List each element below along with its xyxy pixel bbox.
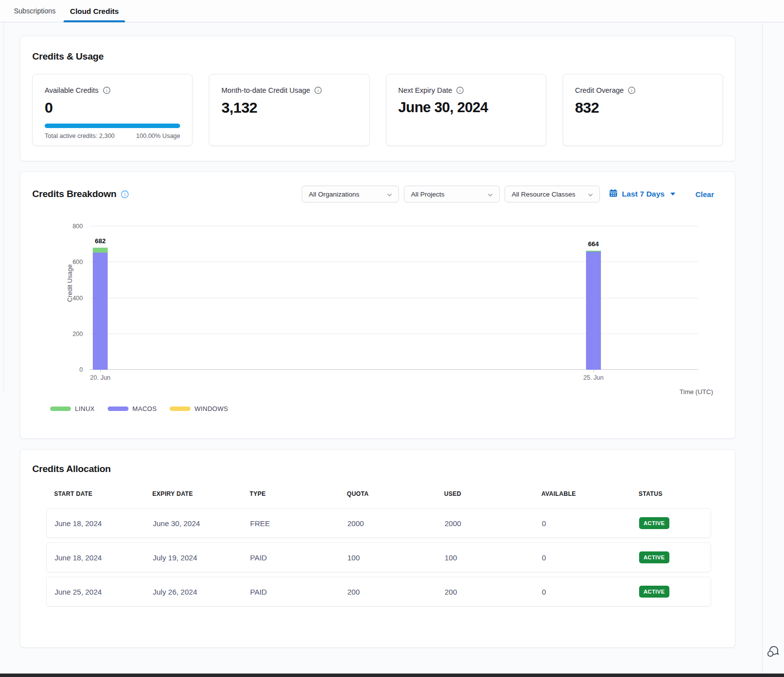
cell-type: PAID xyxy=(250,553,347,562)
chart-legend: LINUX MACOS WINDOWS xyxy=(50,405,724,412)
svg-text:i: i xyxy=(631,88,633,93)
table-row: June 18, 2024 June 30, 2024 FREE 2000 20… xyxy=(46,508,711,538)
x-axis-title: Time (UTC) xyxy=(680,388,713,396)
col-type: TYPE xyxy=(250,490,347,497)
cell-available: 0 xyxy=(542,553,639,562)
chat-launcher-icon[interactable] xyxy=(766,644,780,658)
status-badge: ACTIVE xyxy=(639,551,669,563)
cell-start-date: June 25, 2024 xyxy=(55,588,153,596)
cell-expiry-date: July 19, 2024 xyxy=(153,553,250,562)
mtd-usage-value: 3,132 xyxy=(221,99,357,116)
svg-text:i: i xyxy=(124,192,126,197)
clear-filters-link[interactable]: Clear xyxy=(695,190,714,199)
cell-used: 100 xyxy=(445,553,542,562)
col-quota: QUOTA xyxy=(347,490,444,497)
cell-quota: 100 xyxy=(347,553,445,562)
status-badge: ACTIVE xyxy=(639,586,669,598)
cell-type: FREE xyxy=(250,519,347,528)
info-icon[interactable]: i xyxy=(103,86,111,94)
credits-progress-fill xyxy=(45,124,180,128)
info-icon[interactable]: i xyxy=(628,86,636,94)
chevron-down-icon xyxy=(387,191,392,198)
tab-cloud-credits[interactable]: Cloud Credits xyxy=(67,0,122,22)
total-active-credits-text: Total active credits: 2,300 xyxy=(45,133,115,139)
table-header-row: START DATE EXPIRY DATE TYPE QUOTA USED A… xyxy=(46,490,711,497)
projects-select[interactable]: All Projects xyxy=(404,186,500,203)
credits-breakdown-card: Credits Breakdown i All Organizations Al… xyxy=(20,171,735,439)
resource-classes-select-value: All Resource Classes xyxy=(512,191,575,198)
macos-legend-swatch xyxy=(108,406,129,411)
credit-overage-label: Credit Overage xyxy=(575,86,624,94)
available-credits-value: 0 xyxy=(45,99,180,116)
table-row: June 25, 2024 July 26, 2024 PAID 200 200… xyxy=(46,577,711,607)
resource-classes-select[interactable]: All Resource Classes xyxy=(505,186,600,203)
info-icon[interactable]: i xyxy=(121,190,129,199)
credit-usage-chart: Credit Usage Time (UTC) 0200400600800682… xyxy=(32,226,724,387)
mtd-usage-label: Month-to-date Credit Usage xyxy=(221,86,310,94)
cell-quota: 2000 xyxy=(347,519,445,528)
projects-select-value: All Projects xyxy=(411,191,445,198)
available-credits-label: Available Credits xyxy=(45,86,99,94)
next-expiry-label: Next Expiry Date xyxy=(398,86,453,94)
windows-legend-label: WINDOWS xyxy=(195,405,228,412)
linux-legend-swatch xyxy=(50,406,71,411)
macos-legend-label: MACOS xyxy=(132,405,157,412)
windows-legend-swatch xyxy=(170,406,191,411)
next-expiry-card: Next Expiry Date i June 30, 2024 xyxy=(386,74,546,146)
date-range-picker[interactable]: Last 7 Days xyxy=(609,189,675,200)
cell-quota: 200 xyxy=(347,588,445,596)
info-icon[interactable]: i xyxy=(314,86,322,94)
cell-used: 200 xyxy=(445,588,542,596)
cell-expiry-date: June 30, 2024 xyxy=(153,519,250,528)
available-credits-card: Available Credits i 0 Total active credi… xyxy=(32,74,193,146)
usage-percent-text: 100.00% Usage xyxy=(136,133,180,139)
col-available: AVAILABLE xyxy=(541,490,639,497)
credit-overage-card: Credit Overage i 832 xyxy=(563,74,723,146)
svg-text:i: i xyxy=(106,88,107,93)
col-expiry-date: EXPIRY DATE xyxy=(152,490,250,497)
legend-item-macos[interactable]: MACOS xyxy=(108,405,157,412)
credits-usage-card: Credits & Usage Available Credits i 0 To… xyxy=(20,36,735,161)
table-row: June 18, 2024 July 19, 2024 PAID 100 100… xyxy=(46,542,711,572)
credits-progress-bar xyxy=(45,124,180,128)
stat-grid: Available Credits i 0 Total active credi… xyxy=(32,74,724,146)
col-used: USED xyxy=(444,490,541,497)
breakdown-filters: All Organizations All Projects All Resou… xyxy=(302,186,724,203)
cell-available: 0 xyxy=(542,519,639,528)
organizations-select[interactable]: All Organizations xyxy=(302,186,399,203)
chevron-down-icon xyxy=(488,191,493,198)
tab-subscriptions-label: Subscriptions xyxy=(14,7,56,15)
credits-allocation-title: Credits Allocation xyxy=(32,464,724,474)
credits-allocation-table: START DATE EXPIRY DATE TYPE QUOTA USED A… xyxy=(46,490,711,607)
svg-text:i: i xyxy=(318,88,319,93)
left-panel-divider xyxy=(3,22,4,391)
chart-bar[interactable]: 682 xyxy=(93,248,108,370)
col-status: STATUS xyxy=(639,490,711,497)
svg-text:i: i xyxy=(459,88,461,93)
chart-bar[interactable]: 664 xyxy=(586,251,601,370)
bar-chart-plot: Time (UTC) 020040060080068220. Jun66425.… xyxy=(89,226,698,370)
info-icon[interactable]: i xyxy=(456,86,464,94)
legend-item-windows[interactable]: WINDOWS xyxy=(170,405,228,412)
cell-type: PAID xyxy=(250,588,347,596)
caret-down-icon xyxy=(670,193,675,196)
cell-used: 2000 xyxy=(445,519,542,528)
credits-breakdown-title: Credits Breakdown xyxy=(32,189,117,200)
cell-start-date: June 18, 2024 xyxy=(55,519,153,528)
organizations-select-value: All Organizations xyxy=(309,191,359,198)
calendar-icon xyxy=(609,189,618,200)
bottom-window-edge xyxy=(0,674,784,677)
chevron-down-icon xyxy=(588,191,593,198)
credits-allocation-card: Credits Allocation START DATE EXPIRY DAT… xyxy=(20,449,735,648)
col-start-date: START DATE xyxy=(54,490,152,497)
tab-subscriptions[interactable]: Subscriptions xyxy=(11,0,59,22)
credit-overage-value: 832 xyxy=(575,99,711,116)
cell-start-date: June 18, 2024 xyxy=(55,553,153,562)
cell-expiry-date: July 26, 2024 xyxy=(153,588,250,596)
legend-item-linux[interactable]: LINUX xyxy=(50,405,95,412)
date-range-value: Last 7 Days xyxy=(622,190,664,199)
right-panel-divider xyxy=(762,22,763,674)
tab-bar: Subscriptions Cloud Credits xyxy=(0,0,784,22)
credits-usage-title: Credits & Usage xyxy=(32,51,724,62)
next-expiry-value: June 30, 2024 xyxy=(398,99,534,116)
